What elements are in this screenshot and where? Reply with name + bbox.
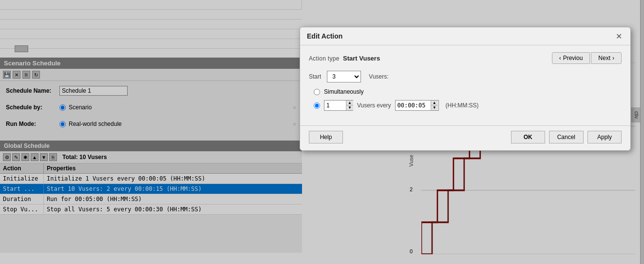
radio-section: Simultaneously ▲ ▼ Vusers every: [314, 88, 622, 111]
dialog-titlebar: Edit Action ✕: [300, 27, 630, 45]
time-spinner: ▲ ▼: [395, 100, 439, 111]
chevron-right-icon: ›: [612, 55, 614, 61]
every-label: Vusers every: [357, 102, 391, 109]
apply-button[interactable]: Apply: [587, 131, 622, 143]
previous-label: Previou: [563, 55, 583, 61]
chevron-left-icon: ‹: [559, 55, 561, 61]
spinner-arrows: ▲ ▼: [346, 101, 353, 110]
start-label: Start: [309, 73, 321, 80]
action-type-row: Action type Start Vusers ‹ Previou Next …: [309, 52, 622, 64]
action-type-prefix: Action type: [309, 55, 340, 62]
time-spinner-up[interactable]: ▲: [431, 101, 438, 105]
vusers-label: Vusers:: [369, 73, 388, 80]
vusers-every-option: ▲ ▼ Vusers every ▲ ▼ (HH:MM:SS): [314, 100, 622, 111]
previous-button[interactable]: ‹ Previou: [552, 52, 590, 64]
footer-left: Help: [309, 131, 343, 143]
action-type-info: Action type Start Vusers: [309, 55, 380, 62]
simultaneously-option: Simultaneously: [314, 88, 622, 95]
cancel-button[interactable]: Cancel: [549, 131, 584, 143]
dialog-body: Action type Start Vusers ‹ Previou Next …: [300, 45, 630, 118]
spinner-up-button[interactable]: ▲: [346, 101, 353, 105]
vusers-every-radio[interactable]: [314, 102, 320, 109]
ok-button[interactable]: OK: [511, 131, 545, 143]
action-type-name: Start Vusers: [343, 55, 380, 62]
help-button[interactable]: Help: [309, 131, 343, 143]
vusers-count-spinner: ▲ ▼: [324, 100, 353, 111]
edit-action-dialog: Edit Action ✕ Action type Start Vusers ‹…: [300, 27, 631, 151]
simultaneously-radio[interactable]: [314, 89, 320, 95]
next-button[interactable]: Next ›: [591, 52, 622, 64]
time-spinner-down[interactable]: ▼: [431, 105, 438, 110]
simultaneously-label: Simultaneously: [324, 88, 363, 95]
dialog-title: Edit Action: [307, 32, 342, 40]
start-row: Start 3 1 2 5 Vusers:: [309, 71, 622, 82]
time-spinner-arrows: ▲ ▼: [431, 101, 438, 110]
footer-right: OK Cancel Apply: [511, 131, 622, 143]
start-select[interactable]: 3 1 2 5: [327, 71, 361, 82]
dialog-footer: Help OK Cancel Apply: [300, 131, 630, 150]
vusers-count-input[interactable]: [324, 101, 346, 110]
dialog-close-button[interactable]: ✕: [614, 31, 624, 41]
next-label: Next: [598, 55, 610, 61]
nav-buttons: ‹ Previou Next ›: [552, 52, 622, 64]
spinner-down-button[interactable]: ▼: [346, 105, 353, 110]
time-input[interactable]: [396, 101, 431, 110]
hhmm-label: (HH:MM:SS): [446, 102, 479, 109]
dialog-separator: [300, 125, 630, 126]
